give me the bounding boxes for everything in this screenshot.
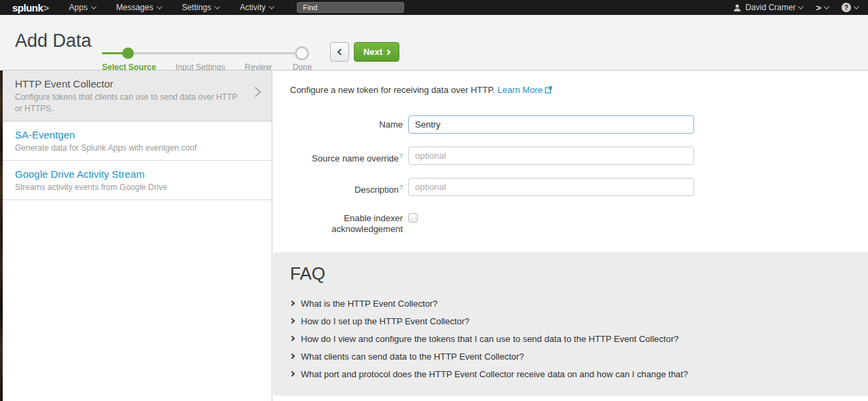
sidebar-item-description: Streams activity events from Google Driv…	[15, 182, 242, 193]
help-menu[interactable]: ?	[842, 3, 858, 12]
sidebar-item-title: HTTP Event Collector	[15, 78, 242, 90]
help-tooltip-icon[interactable]: ?	[399, 184, 403, 191]
splunk-add-data-page: splunk> Apps Messages Settings Activity …	[0, 0, 868, 401]
token-form: Name Source name override? Description? …	[273, 115, 694, 248]
faq-item[interactable]: How do I set up the HTTP Event Collector…	[290, 312, 688, 330]
navbar-right-group: David Cramer > ?	[733, 3, 858, 13]
chevron-down-icon	[854, 3, 859, 9]
chevron-down-icon	[91, 3, 96, 9]
faq-item[interactable]: What is the HTTP Event Collector?	[290, 294, 688, 312]
menu-messages-label: Messages	[116, 3, 153, 12]
chevron-down-icon	[215, 3, 220, 9]
menu-messages[interactable]: Messages	[116, 3, 162, 12]
help-icon: ?	[842, 3, 851, 12]
sidebar-item-title: SA-Eventgen	[15, 129, 242, 140]
external-link-icon	[545, 85, 552, 96]
chevron-down-icon	[269, 3, 274, 9]
top-navbar: splunk> Apps Messages Settings Activity …	[0, 0, 868, 15]
user-name: David Cramer	[745, 3, 795, 12]
indexer-ack-label-line1: Enable indexer	[344, 213, 403, 223]
chevron-right-icon	[385, 49, 391, 54]
source-override-input[interactable]	[408, 147, 694, 165]
faq-item[interactable]: What port and protocol does the HTTP Eve…	[290, 365, 688, 383]
intro-sentence: Configure a new token for receiving data…	[290, 85, 495, 95]
next-button[interactable]: Next	[354, 42, 399, 62]
faq-question: How do I set up the HTTP Event Collector…	[301, 316, 469, 326]
indexer-ack-label-line2: acknowledgement	[331, 224, 403, 234]
sidebar-item-google-drive[interactable]: Google Drive Activity Stream Streams act…	[3, 161, 272, 200]
learn-more-link[interactable]: Learn More	[497, 85, 542, 95]
help-tooltip-icon[interactable]: ?	[399, 153, 403, 159]
sidebar-item-title: Google Drive Activity Stream	[15, 168, 242, 180]
step-select-source-dot	[122, 47, 134, 59]
faq-question: What clients can send data to the HTTP E…	[301, 351, 524, 362]
faq-list: What is the HTTP Event Collector? How do…	[290, 294, 688, 383]
source-sidebar: HTTP Event Collector Configure tokens th…	[3, 71, 272, 401]
description-row: Description?	[273, 178, 694, 196]
chevron-right-icon	[251, 87, 261, 98]
next-button-label: Next	[363, 47, 382, 57]
splunk-chevron-icon: >	[816, 3, 821, 13]
chevron-right-icon	[289, 336, 295, 341]
source-override-label-text: Source name override	[312, 153, 399, 164]
faq-question: What port and protocol does the HTTP Eve…	[301, 369, 688, 379]
name-input[interactable]	[408, 115, 694, 134]
menu-apps-label: Apps	[69, 3, 88, 12]
name-label: Name	[273, 115, 403, 130]
add-data-header: Add Data Select Source Input Settings Re…	[0, 15, 868, 71]
description-label-text: Description	[355, 185, 399, 195]
splunk-logo[interactable]: splunk>	[12, 2, 49, 14]
chevron-down-icon	[798, 3, 803, 9]
faq-question: How do I view and configure the tokens t…	[301, 334, 679, 344]
user-menu[interactable]: David Cramer	[733, 3, 803, 12]
chevron-down-icon	[824, 3, 829, 9]
description-input[interactable]	[408, 178, 694, 196]
sidebar-item-sa-eventgen[interactable]: SA-Eventgen Generate data for Splunk App…	[3, 121, 272, 161]
faq-question: What is the HTTP Event Collector?	[301, 299, 437, 309]
menu-apps[interactable]: Apps	[69, 3, 96, 12]
page-title: Add Data	[15, 31, 92, 52]
main-content: Configure a new token for receiving data…	[273, 71, 868, 401]
name-row: Name	[273, 115, 694, 134]
menu-activity[interactable]: Activity	[240, 3, 274, 12]
sidebar-item-description: Generate data for Splunk Apps with event…	[15, 142, 242, 154]
chevron-right-icon	[289, 301, 295, 306]
splunk-bar-menu[interactable]: >	[816, 3, 829, 13]
faq-section: FAQ What is the HTTP Event Collector? Ho…	[273, 252, 868, 396]
faq-item[interactable]: How do I view and configure the tokens t…	[290, 330, 688, 347]
source-override-row: Source name override?	[273, 147, 694, 165]
chevron-right-icon	[289, 371, 295, 377]
chevron-down-icon	[156, 3, 162, 9]
menu-activity-label: Activity	[240, 3, 266, 12]
chevron-right-icon	[289, 318, 295, 324]
faq-item[interactable]: What clients can send data to the HTTP E…	[290, 347, 688, 365]
chevron-left-icon	[338, 49, 344, 56]
indexer-ack-checkbox[interactable]	[408, 213, 418, 223]
chevron-right-icon	[289, 354, 295, 359]
intro-text: Configure a new token for receiving data…	[290, 85, 552, 96]
splunk-logo-chevron: >	[43, 2, 48, 14]
back-button[interactable]	[330, 42, 349, 62]
sidebar-item-http-event-collector[interactable]: HTTP Event Collector Configure tokens th…	[3, 71, 272, 121]
faq-title: FAQ	[290, 263, 325, 284]
splunk-logo-text: splunk	[12, 2, 43, 14]
find-search-input[interactable]	[297, 2, 404, 13]
source-override-label: Source name override?	[273, 147, 403, 164]
user-icon	[733, 3, 742, 12]
indexer-ack-row: Enable indexer acknowledgement	[273, 209, 694, 235]
indexer-ack-label: Enable indexer acknowledgement	[273, 209, 403, 235]
menu-settings[interactable]: Settings	[182, 3, 219, 12]
step-done-circle	[295, 46, 309, 60]
description-label: Description?	[273, 178, 403, 195]
sidebar-item-description: Configure tokens that clients can use to…	[15, 92, 242, 115]
menu-settings-label: Settings	[182, 3, 211, 12]
